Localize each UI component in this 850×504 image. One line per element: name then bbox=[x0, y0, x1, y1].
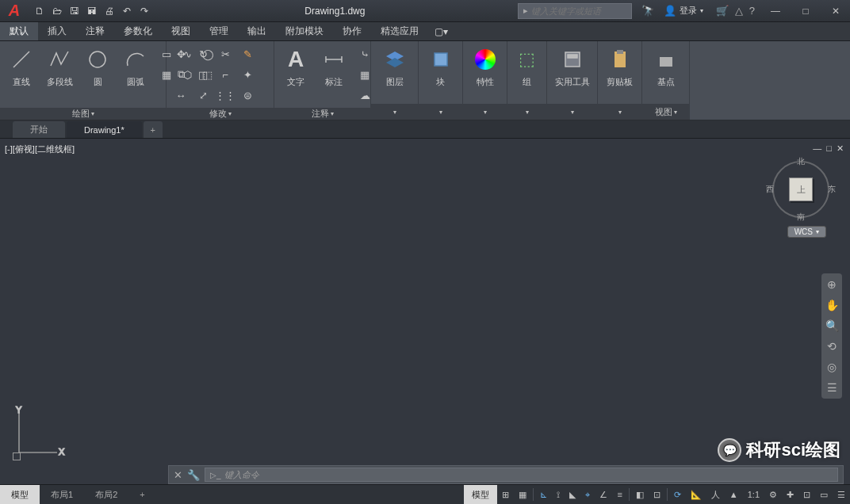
close-button[interactable]: ✕ bbox=[821, 0, 850, 22]
status-hwacc-icon[interactable]: ▭ bbox=[815, 485, 833, 504]
panel-title-utilities[interactable]: ▾ bbox=[547, 104, 597, 120]
status-lwt-icon[interactable]: ≡ bbox=[612, 485, 626, 504]
tab-default[interactable]: 默认 bbox=[0, 22, 38, 40]
app-logo[interactable]: A bbox=[0, 0, 29, 22]
status-menu-icon[interactable]: ☰ bbox=[833, 485, 850, 504]
tool-text[interactable]: A 文字 bbox=[279, 44, 312, 90]
viewport-close-icon[interactable]: ✕ bbox=[837, 143, 844, 154]
status-annomon-icon[interactable]: ▲ bbox=[725, 485, 743, 504]
cmd-close-icon[interactable]: ✕ bbox=[174, 469, 182, 481]
panel-title-block[interactable]: ▾ bbox=[419, 104, 462, 120]
stretch-tool-icon[interactable]: ↔ bbox=[171, 86, 190, 105]
erase-tool-icon[interactable]: ✎ bbox=[238, 44, 257, 63]
nav-orbit-icon[interactable]: ⟲ bbox=[824, 338, 840, 354]
file-tab-drawing1[interactable]: Drawing1* bbox=[67, 121, 142, 138]
status-snap-icon[interactable]: ▦ bbox=[514, 485, 531, 504]
panel-title-viewbase[interactable]: 视图▾ bbox=[642, 104, 689, 120]
tool-layers[interactable]: 图层 bbox=[378, 44, 412, 90]
explode-tool-icon[interactable]: ✦ bbox=[238, 65, 257, 84]
tab-more[interactable]: ▢▾ bbox=[428, 22, 454, 40]
file-tab-new[interactable]: + bbox=[144, 121, 163, 138]
open-file-icon[interactable]: 🗁 bbox=[49, 3, 65, 19]
status-cycling-icon[interactable]: ⟳ bbox=[669, 485, 686, 504]
redo-icon[interactable]: ↷ bbox=[136, 3, 152, 19]
tool-dimension[interactable]: 标注 bbox=[317, 44, 350, 90]
maximize-button[interactable]: □ bbox=[791, 0, 820, 22]
help-search-input[interactable] bbox=[531, 6, 626, 16]
tab-featured[interactable]: 精选应用 bbox=[371, 22, 428, 40]
help-icon[interactable]: ? bbox=[749, 5, 755, 17]
tab-collaborate[interactable]: 协作 bbox=[333, 22, 371, 40]
trim-tool-icon[interactable]: ✂ bbox=[216, 44, 235, 63]
login-link[interactable]: 登录 bbox=[680, 5, 697, 17]
tab-view[interactable]: 视图 bbox=[162, 22, 200, 40]
tool-properties[interactable]: 特性 bbox=[469, 44, 502, 90]
status-model-button[interactable]: 模型 bbox=[464, 485, 497, 504]
panel-title-layers[interactable]: ▾ bbox=[371, 104, 418, 120]
tab-parametric[interactable]: 参数化 bbox=[114, 22, 162, 40]
viewcube[interactable]: 北 南 东 西 上 bbox=[769, 158, 833, 221]
tool-arc[interactable]: 圆弧 bbox=[119, 44, 152, 90]
saveas-icon[interactable]: 🖬 bbox=[84, 3, 100, 19]
tool-block[interactable]: 块 bbox=[424, 44, 458, 90]
ucs-indicator[interactable]: Y X bbox=[11, 405, 67, 464]
tool-polyline[interactable]: 多段线 bbox=[43, 44, 76, 90]
tool-circle[interactable]: 圆 bbox=[81, 44, 114, 90]
viewport-minimize-icon[interactable]: — bbox=[813, 143, 821, 154]
panel-title-modify[interactable]: 修改▾ bbox=[167, 108, 274, 120]
viewcube-ring[interactable] bbox=[772, 161, 829, 218]
help-search-box[interactable]: ▸ bbox=[518, 3, 632, 19]
viewport-maximize-icon[interactable]: □ bbox=[826, 143, 832, 154]
panel-title-clipboard[interactable]: ▾ bbox=[598, 104, 641, 120]
tab-output[interactable]: 输出 bbox=[238, 22, 276, 40]
tab-manage[interactable]: 管理 bbox=[200, 22, 238, 40]
status-scale-text[interactable]: 1:1 bbox=[743, 485, 764, 504]
panel-title-group[interactable]: ▾ bbox=[507, 104, 546, 120]
viewport-label[interactable]: [-][俯视][二维线框] bbox=[5, 143, 75, 155]
panel-title-annotation[interactable]: 注释▾ bbox=[274, 108, 370, 120]
scale-tool-icon[interactable]: ⤢ bbox=[193, 86, 212, 105]
copy-tool-icon[interactable]: ⧉ bbox=[171, 65, 190, 84]
fillet-tool-icon[interactable]: ⌐ bbox=[216, 65, 235, 84]
minimize-button[interactable]: ― bbox=[761, 0, 790, 22]
offset-tool-icon[interactable]: ⊜ bbox=[238, 86, 257, 105]
tab-insert[interactable]: 插入 bbox=[38, 22, 76, 40]
tool-line[interactable]: 直线 bbox=[5, 44, 38, 90]
exchange-icon[interactable]: △ bbox=[735, 5, 743, 17]
move-tool-icon[interactable]: ✥ bbox=[171, 44, 190, 63]
cmd-wrench-icon[interactable]: 🔧 bbox=[187, 469, 200, 481]
status-transparency-icon[interactable]: ◧ bbox=[631, 485, 649, 504]
status-gear-icon[interactable]: ⚙ bbox=[764, 485, 782, 504]
status-osnap-icon[interactable]: ⌖ bbox=[580, 485, 595, 504]
layout-tab-layout1[interactable]: 布局1 bbox=[40, 485, 84, 504]
command-input[interactable]: ▷_ 键入命令 bbox=[205, 468, 838, 482]
nav-pan-icon[interactable]: ✋ bbox=[824, 297, 840, 313]
nav-zoom-icon[interactable]: 🔍 bbox=[824, 318, 840, 334]
tab-addins[interactable]: 附加模块 bbox=[276, 22, 333, 40]
viewcube-north[interactable]: 北 bbox=[797, 156, 805, 167]
layout-tab-layout2[interactable]: 布局2 bbox=[84, 485, 128, 504]
viewcube-west[interactable]: 西 bbox=[766, 184, 774, 195]
viewcube-south[interactable]: 南 bbox=[797, 212, 805, 223]
panel-title-draw[interactable]: 绘图▾ bbox=[0, 108, 166, 120]
save-icon[interactable]: 🖫 bbox=[67, 3, 82, 19]
wcs-badge[interactable]: WCS▾ bbox=[787, 226, 826, 238]
status-customize-icon[interactable]: ⊡ bbox=[798, 485, 815, 504]
mirror-tool-icon[interactable]: ◫ bbox=[193, 65, 212, 84]
status-iso-icon[interactable]: ◣ bbox=[565, 485, 580, 504]
nav-full-icon[interactable]: ⊕ bbox=[824, 277, 840, 292]
status-units-icon[interactable]: ✚ bbox=[782, 485, 798, 504]
status-otrack-icon[interactable]: ∠ bbox=[595, 485, 612, 504]
status-dynamic-icon[interactable]: 📐 bbox=[686, 485, 706, 504]
status-grid-icon[interactable]: ⊞ bbox=[497, 485, 514, 504]
plot-icon[interactable]: 🖨 bbox=[101, 3, 117, 19]
array-tool-icon[interactable]: ⋮⋮ bbox=[216, 86, 235, 105]
status-ortho-icon[interactable]: ⊾ bbox=[535, 485, 552, 504]
viewcube-east[interactable]: 东 bbox=[828, 184, 836, 195]
file-tab-start[interactable]: 开始 bbox=[13, 121, 65, 138]
tool-utilities[interactable]: 实用工具 bbox=[552, 44, 593, 90]
undo-icon[interactable]: ↶ bbox=[119, 3, 135, 19]
binoculars-icon[interactable]: 🔭 bbox=[641, 5, 654, 17]
layout-tab-add[interactable]: + bbox=[128, 485, 155, 504]
login-dropdown-icon[interactable]: ▾ bbox=[700, 7, 703, 14]
